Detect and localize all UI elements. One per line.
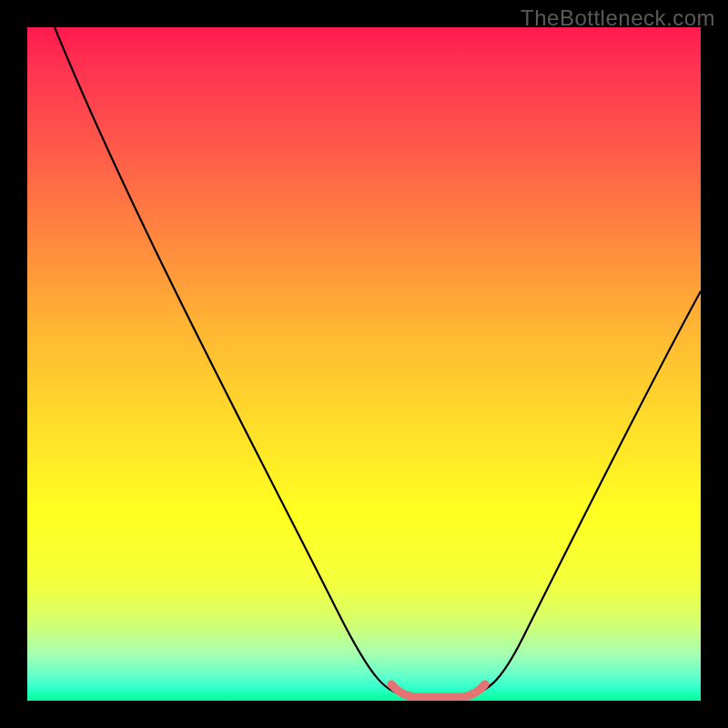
- plot-area: [27, 27, 701, 701]
- curve-layer: [27, 27, 701, 701]
- chart-frame: TheBottleneck.com: [0, 0, 728, 728]
- optimal-range-marker: [391, 684, 485, 697]
- watermark-text: TheBottleneck.com: [521, 5, 715, 31]
- bottleneck-curve: [55, 27, 701, 696]
